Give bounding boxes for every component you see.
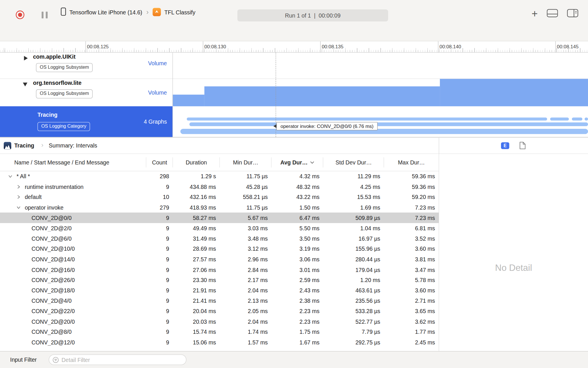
cell-avg: 3.19 ms <box>272 246 323 252</box>
cell-name: runtime instrumentation <box>0 184 146 190</box>
cell-std: 15.53 ms <box>323 194 384 200</box>
extended-detail-tab[interactable]: E <box>501 142 509 149</box>
device-name: Tensorflow Lite iPhone (14.6) <box>69 9 142 15</box>
timeline-ruler[interactable]: 00:08.12500:08.13000:08.13500:08.14000:0… <box>0 41 588 53</box>
cell-duration: 1.29 s <box>173 173 220 180</box>
toggle-right-pane-button[interactable] <box>567 9 578 19</box>
disclosure-expanded-icon[interactable] <box>14 206 23 210</box>
disclosure-collapsed-icon[interactable] <box>24 56 28 61</box>
cell-count: 9 <box>146 318 173 325</box>
table-row[interactable]: CONV_2D@12/0915.06 ms1.57 ms1.67 ms292.7… <box>0 337 439 347</box>
breadcrumb-summary[interactable]: Summary: Intervals <box>49 142 97 149</box>
device-target-picker[interactable]: Tensorflow Lite iPhone (14.6) › TFL Clas… <box>61 7 196 18</box>
disclosure-collapsed-icon[interactable] <box>14 195 23 199</box>
cell-max: 3.47 ms <box>384 267 439 273</box>
row-name: CONV_2D@16/0 <box>32 267 75 273</box>
record-button[interactable] <box>16 11 24 19</box>
cell-count: 9 <box>146 215 173 221</box>
table-row[interactable]: CONV_2D@26/0923.30 ms2.17 ms2.59 ms1.20 … <box>0 275 439 285</box>
table-row[interactable]: CONV_2D@22/0920.04 ms2.05 ms2.23 ms533.2… <box>0 306 439 316</box>
row-name: CONV_2D@20/0 <box>32 318 75 325</box>
detail-filter-input[interactable] <box>49 355 186 365</box>
cell-max: 2.45 ms <box>384 339 439 345</box>
cell-std: 4.25 ms <box>323 184 384 190</box>
interval-bar[interactable] <box>187 118 547 120</box>
cell-count: 9 <box>146 235 173 242</box>
column-header[interactable]: Max Dur… <box>384 154 439 171</box>
document-inspector-icon[interactable] <box>519 141 526 151</box>
cell-min: 11.75 µs <box>220 204 271 211</box>
volume-bar <box>440 79 588 106</box>
cell-duration: 20.03 ms <box>173 318 220 325</box>
volume-graph[interactable] <box>173 79 588 106</box>
interval-bar[interactable] <box>572 118 583 120</box>
row-name: CONV_2D@22/0 <box>32 308 75 314</box>
column-header[interactable]: Duration <box>173 154 220 171</box>
cell-min: 1.57 ms <box>220 339 271 345</box>
row-name: CONV_2D@2/0 <box>32 225 72 231</box>
breadcrumb-tracing[interactable]: Tracing <box>14 142 34 149</box>
table-row[interactable]: CONV_2D@16/0927.06 ms2.84 ms3.01 ms179.0… <box>0 264 439 275</box>
disclosure-collapsed-icon[interactable] <box>14 185 23 189</box>
row-name: * All * <box>16 173 30 180</box>
disclosure-expanded-icon[interactable] <box>23 83 28 86</box>
track-name: org.tensorflow.lite <box>33 80 82 86</box>
pause-button[interactable] <box>42 12 48 18</box>
table-row[interactable]: CONV_2D@4/0921.41 ms2.13 ms2.38 ms235.56… <box>0 296 439 306</box>
cell-min: 2.05 ms <box>220 308 271 314</box>
cell-duration: 20.04 ms <box>173 308 220 314</box>
sort-chevron-down-icon <box>310 161 314 164</box>
cell-max: 3.65 ms <box>384 308 439 314</box>
table-row[interactable]: CONV_2D@6/0931.49 ms3.48 ms3.50 ms16.97 … <box>0 233 439 244</box>
toggle-bottom-pane-button[interactable] <box>547 9 558 19</box>
filter-icon <box>53 356 59 363</box>
cell-name: CONV_2D@10/0 <box>0 246 146 252</box>
interval-bar[interactable] <box>585 118 588 120</box>
tracing-graph[interactable] <box>173 106 588 137</box>
cell-name: * All * <box>0 173 146 180</box>
table-row[interactable]: CONV_2D@14/0927.57 ms2.96 ms3.06 ms280.4… <box>0 254 439 264</box>
ruler-time-label: 00:08.130 <box>204 44 226 50</box>
cell-count: 9 <box>146 329 173 335</box>
table-row[interactable]: CONV_2D@8/0915.74 ms1.74 ms1.75 ms7.79 µ… <box>0 327 439 337</box>
table-row[interactable]: CONV_2D@10/0928.69 ms3.12 ms3.19 ms155.9… <box>0 244 439 254</box>
cell-count: 9 <box>146 256 173 262</box>
cell-duration: 27.57 ms <box>173 256 220 262</box>
table-row[interactable]: CONV_2D@0/0958.27 ms5.67 ms6.47 ms509.89… <box>0 213 439 223</box>
table-row[interactable]: runtime instrumentation9434.88 ms45.28 µ… <box>0 182 439 192</box>
chevron-right-icon: › <box>146 9 149 16</box>
add-instrument-button[interactable]: + <box>532 10 538 18</box>
detail-filter-field[interactable] <box>49 354 186 365</box>
cell-avg: 48.32 ms <box>272 184 323 190</box>
table-row[interactable]: CONV_2D@20/0920.03 ms2.04 ms2.23 ms522.7… <box>0 316 439 327</box>
table-row[interactable]: CONV_2D@2/0949.49 ms3.03 ms5.50 ms1.04 m… <box>0 223 439 233</box>
cell-max: 3.62 ms <box>384 318 439 325</box>
tracing-instrument-icon <box>4 142 11 150</box>
column-header[interactable]: Min Dur… <box>220 154 271 171</box>
table-row[interactable]: default10432.16 ms558.21 µs43.22 ms15.53… <box>0 192 439 202</box>
interval-bar[interactable] <box>180 129 588 134</box>
table-row[interactable]: operator invoke279418.93 ms11.75 µs1.50 … <box>0 202 439 213</box>
column-header[interactable]: Name / Start Message / End Message <box>0 154 146 171</box>
cell-count: 9 <box>146 277 173 283</box>
cell-count: 9 <box>146 308 173 314</box>
cell-std: 11.29 ms <box>323 173 384 180</box>
table-row[interactable]: * All *2981.29 s11.75 µs4.32 ms11.29 ms5… <box>0 171 439 182</box>
track-header-divider[interactable] <box>173 53 173 137</box>
cell-max: 3.81 ms <box>384 256 439 262</box>
table-row[interactable]: CONV_2D@18/0921.91 ms2.04 ms2.43 ms463.6… <box>0 285 439 296</box>
interval-bar[interactable] <box>550 118 569 120</box>
cell-duration: 21.91 ms <box>173 287 220 294</box>
disclosure-expanded-icon[interactable] <box>6 174 14 178</box>
column-header[interactable]: Avg Dur… <box>272 154 323 171</box>
iphone-icon <box>61 7 66 17</box>
volume-bar <box>204 86 440 106</box>
column-header[interactable]: Count <box>146 154 173 171</box>
cell-max: 2.71 ms <box>384 298 439 304</box>
track-row-tracing[interactable]: Tracing OS Logging Category 4 Graphs <box>0 106 173 137</box>
cell-min: 558.21 µs <box>220 194 271 200</box>
cell-max: 3.60 ms <box>384 287 439 294</box>
column-header[interactable]: Std Dev Dur… <box>323 154 384 171</box>
cell-count: 10 <box>146 194 173 200</box>
interval-bar[interactable] <box>189 122 588 126</box>
